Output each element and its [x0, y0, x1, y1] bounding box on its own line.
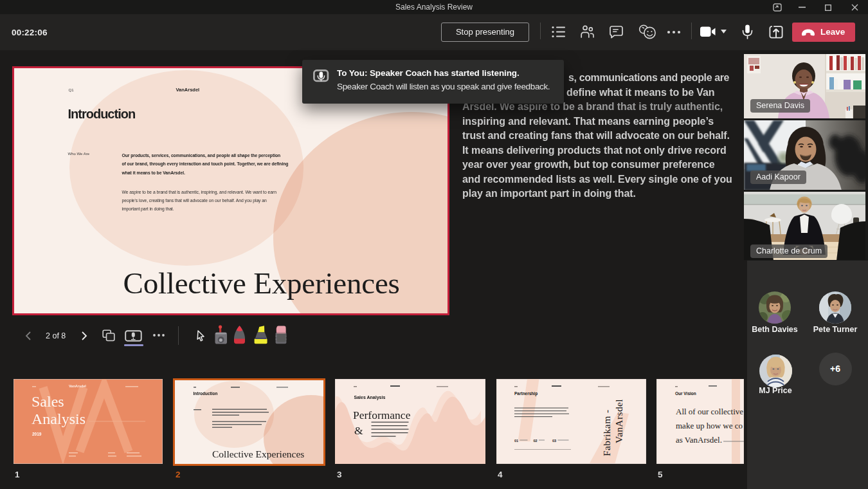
svg-text:&: & — [354, 424, 363, 437]
svg-text:Fabrikam -: Fabrikam - — [601, 410, 612, 456]
svg-text:Collective Experiences: Collective Experiences — [212, 448, 304, 459]
svg-text:as VanArsdel.: as VanArsdel. — [676, 435, 722, 445]
svg-text:02: 02 — [534, 439, 538, 443]
svg-text:All of our collective: All of our collective — [676, 407, 743, 416]
svg-text:VanArsdel: VanArsdel — [69, 384, 86, 388]
svg-text:Introduction: Introduction — [194, 391, 218, 396]
svg-text:VanArsdel: VanArsdel — [613, 399, 624, 443]
svg-text:2019: 2019 — [32, 432, 42, 436]
svg-text:Sales: Sales — [32, 393, 64, 410]
svg-text:Sales Analysis: Sales Analysis — [354, 395, 386, 400]
svg-text:Analysis: Analysis — [32, 411, 86, 427]
svg-text:make up how we co: make up how we co — [676, 421, 743, 430]
svg-text:Our Vision: Our Vision — [675, 391, 696, 396]
svg-text:Partnership: Partnership — [514, 391, 538, 396]
svg-text:01: 01 — [514, 439, 518, 443]
svg-text:Performance: Performance — [353, 409, 411, 421]
svg-text:03: 03 — [552, 439, 556, 443]
